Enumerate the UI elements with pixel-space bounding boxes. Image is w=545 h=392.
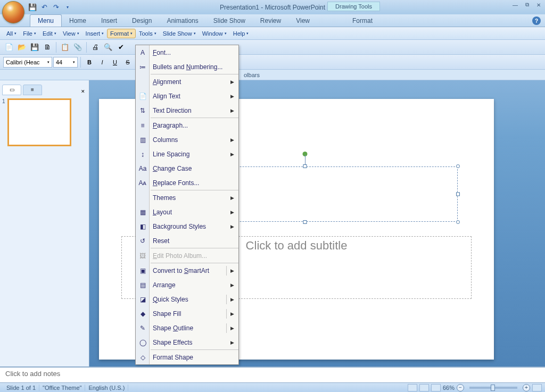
format-menu-item[interactable]: AaChange Case <box>136 161 238 176</box>
italic-button[interactable]: I <box>96 56 108 68</box>
contextual-tab-label: Drawing Tools <box>327 2 380 11</box>
underline-button[interactable]: U <box>109 56 121 68</box>
undo-icon[interactable]: ↶ <box>39 3 49 12</box>
minimize-button[interactable]: — <box>511 1 519 9</box>
restore-button[interactable]: ⧉ <box>523 1 531 9</box>
format-menu-item[interactable]: ▦Layout▶ <box>136 205 238 219</box>
classic-menubar: All▾ File▾ Edit▾ View▾ Insert▾ Format▾ T… <box>0 27 545 40</box>
save-icon[interactable]: 💾 <box>28 3 37 12</box>
quick-access-toolbar: 💾 ↶ ↷ ▾ <box>28 3 72 12</box>
normal-view-button[interactable] <box>408 384 417 391</box>
format-menu-item[interactable]: Themes▶ <box>136 190 238 205</box>
attach-icon[interactable]: 📎 <box>72 41 84 53</box>
format-menu-item[interactable]: AᴀReplace Fonts... <box>136 176 238 190</box>
status-theme: "Office Theme" <box>39 385 85 391</box>
ribbon-tab-review[interactable]: Review <box>253 15 288 27</box>
format-menu-item[interactable]: ◪Quick Styles▶ <box>136 292 238 306</box>
close-button[interactable]: ✕ <box>534 1 543 9</box>
redo-icon[interactable]: ↷ <box>51 3 61 12</box>
open-icon[interactable]: 📂 <box>16 41 28 53</box>
zoom-slider[interactable] <box>469 387 517 389</box>
menu-window[interactable]: Window▾ <box>199 29 230 38</box>
print-preview-icon[interactable]: 🔍 <box>102 41 114 53</box>
format-menu-item[interactable]: ≡Paragraph... <box>136 118 238 132</box>
submenu-arrow-icon: ▶ <box>230 94 234 99</box>
format-menu-item[interactable]: ◆Shape Fill▶ <box>136 306 238 321</box>
toolbar-options-label: olbars <box>244 72 260 78</box>
print-icon[interactable]: 🖨 <box>89 41 101 53</box>
format-menu-item[interactable]: ◇Format Shape <box>136 350 238 364</box>
sorter-view-button[interactable] <box>419 384 429 391</box>
slide-thumbnail[interactable] <box>7 98 71 146</box>
new-icon[interactable]: 📄 <box>3 41 15 53</box>
format-menu-dropdown: AFont...≔Bullets and Numbering...Alignme… <box>135 45 239 365</box>
submenu-arrow-icon: ▶ <box>230 282 234 288</box>
ribbon-tab-menu[interactable]: Menu <box>30 14 62 27</box>
menu-all[interactable]: All▾ <box>3 29 20 38</box>
toolbar-formatting: Calibri (Heac▾ 44▾ B I U S <box>0 55 545 70</box>
submenu-arrow-icon: ▶ <box>230 224 234 229</box>
format-menu-item[interactable]: ⇅Text Direction▶ <box>136 103 238 118</box>
spelling-icon[interactable]: ✔ <box>115 41 127 53</box>
save-icon[interactable]: 💾 <box>29 41 40 53</box>
format-menu-item[interactable]: ✎Shape Outline▶ <box>136 321 238 335</box>
slides-tab[interactable]: ▭ <box>2 85 21 95</box>
format-menu-item[interactable]: ◧Background Styles▶ <box>136 219 238 233</box>
menu-file[interactable]: File▾ <box>20 29 39 38</box>
submenu-arrow-icon: ▶ <box>230 195 234 201</box>
ribbon-tab-animations[interactable]: Animations <box>159 15 205 27</box>
format-menu-item[interactable]: ◯Shape Effects▶ <box>136 335 238 349</box>
format-menu-item[interactable]: ▣Convert to SmartArt▶ <box>136 263 238 278</box>
status-language[interactable]: English (U.S.) <box>85 385 128 391</box>
submenu-arrow-icon: ▶ <box>230 137 234 143</box>
menu-tools[interactable]: Tools▾ <box>136 29 160 38</box>
menu-view[interactable]: View▾ <box>60 29 82 38</box>
toolbar-standard: 📄 📂 💾 🗎 📋 📎 🖨 🔍 ✔ <box>0 40 545 55</box>
format-menu-item[interactable]: ↺Reset <box>136 233 238 248</box>
ribbon-tab-design[interactable]: Design <box>125 15 159 27</box>
ribbon-tab-slideshow[interactable]: Slide Show <box>206 15 253 27</box>
notes-pane[interactable]: Click to add notes <box>0 366 545 382</box>
ribbon-tab-insert[interactable]: Insert <box>94 15 125 27</box>
menu-insert[interactable]: Insert▾ <box>82 29 108 38</box>
menu-slideshow[interactable]: Slide Show▾ <box>160 29 199 38</box>
menu-help[interactable]: Help▾ <box>230 29 252 38</box>
panel-close-icon[interactable]: ✕ <box>79 88 87 95</box>
submenu-arrow-icon: ▶ <box>230 268 234 273</box>
ribbon-tab-format[interactable]: Format <box>345 15 380 27</box>
submenu-arrow-icon: ▶ <box>230 79 234 85</box>
format-menu-item[interactable]: ≔Bullets and Numbering... <box>136 60 238 74</box>
font-name-combo[interactable]: Calibri (Heac▾ <box>3 57 52 68</box>
submenu-arrow-icon: ▶ <box>230 108 234 113</box>
slides-panel: ▭ ≡ ✕ 1 <box>0 80 89 366</box>
format-menu-item[interactable]: ↨Line Spacing▶ <box>136 147 238 161</box>
zoom-out-button[interactable]: − <box>457 384 464 391</box>
submenu-arrow-icon: ▶ <box>230 297 234 302</box>
office-button[interactable] <box>2 1 24 23</box>
format-menu-item[interactable]: 📄Align Text▶ <box>136 89 238 103</box>
ribbon-tab-view[interactable]: View <box>288 15 317 27</box>
format-menu-item[interactable]: AFont... <box>136 45 238 60</box>
saveas-icon[interactable]: 🗎 <box>42 41 53 53</box>
submenu-arrow-icon: ▶ <box>230 210 234 215</box>
format-menu-item: 🖼Edit Photo Album... <box>136 248 238 263</box>
window-title: Presentation1 - Microsoft PowerPoint <box>220 4 325 11</box>
status-slide: Slide 1 of 1 <box>3 385 39 391</box>
fit-window-button[interactable] <box>532 384 542 391</box>
format-menu-item[interactable]: ▥Columns▶ <box>136 132 238 147</box>
zoom-in-button[interactable]: + <box>523 384 530 391</box>
format-menu-item[interactable]: ▤Arrange▶ <box>136 278 238 292</box>
bold-button[interactable]: B <box>84 56 95 68</box>
slideshow-view-button[interactable] <box>431 384 441 391</box>
menu-format[interactable]: Format▾ <box>107 29 136 38</box>
strikethrough-button[interactable]: S <box>122 56 134 68</box>
format-menu-item[interactable]: Alignment▶ <box>136 74 238 89</box>
ribbon-tab-home[interactable]: Home <box>62 15 94 27</box>
font-size-combo[interactable]: 44▾ <box>53 57 78 68</box>
outline-tab[interactable]: ≡ <box>23 85 42 95</box>
menu-edit[interactable]: Edit▾ <box>39 29 60 38</box>
qat-more-icon[interactable]: ▾ <box>63 3 72 12</box>
paste-icon[interactable]: 📋 <box>59 41 71 53</box>
ribbon-tabs: Menu Home Insert Design Animations Slide… <box>0 14 545 27</box>
help-icon[interactable]: ? <box>532 16 541 25</box>
